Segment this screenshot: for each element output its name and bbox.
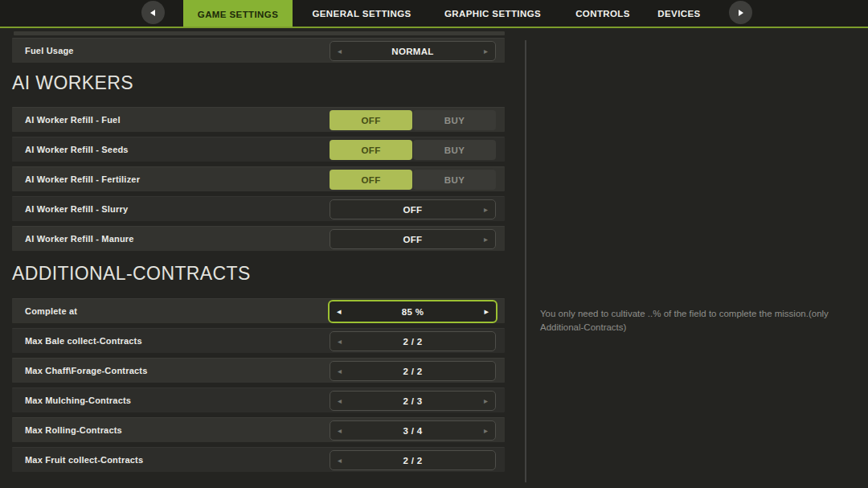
stepper-left-arrow-icon[interactable]: ◂ bbox=[338, 362, 342, 380]
setting-help-text: You only need to cultivate ..% of the fi… bbox=[540, 307, 858, 334]
tab-game-settings[interactable]: GAME SETTINGS bbox=[183, 0, 293, 28]
settings-row-max-mulching-contracts: Max Mulching-Contracts◂2 / 3▸ bbox=[12, 388, 505, 412]
tab-controls[interactable]: CONTROLS bbox=[567, 0, 639, 27]
settings-tab-bar: GAME SETTINGSGENERAL SETTINGSGRAPHIC SET… bbox=[0, 0, 868, 27]
tab-bar-underline bbox=[0, 27, 868, 28]
setting-label: Max Rolling-Contracts bbox=[25, 418, 122, 442]
game-settings-screen: GAME SETTINGSGENERAL SETTINGSGRAPHIC SET… bbox=[0, 0, 868, 488]
settings-row-max-rolling-contracts: Max Rolling-Contracts◂3 / 4▸ bbox=[12, 417, 505, 442]
settings-row-max-bale-collect-contracts: Max Bale collect-Contracts◂2 / 2 bbox=[12, 328, 505, 353]
setting-label: Max Fruit collect-Contracts bbox=[25, 448, 143, 472]
settings-group: Fuel Usage◂NORMAL▸ bbox=[12, 38, 505, 63]
right-arrow-icon bbox=[739, 10, 743, 16]
toggle-off-button[interactable]: OFF bbox=[330, 110, 412, 130]
stepper-left-arrow-icon[interactable]: ◂ bbox=[338, 451, 342, 470]
prev-page-button[interactable] bbox=[141, 1, 165, 24]
panel-divider bbox=[525, 40, 526, 482]
setting-label: Max Chaff\Forage-Contracts bbox=[25, 359, 148, 383]
value-stepper[interactable]: OFF▸ bbox=[330, 229, 496, 249]
setting-label: AI Worker Refill - Manure bbox=[25, 227, 134, 251]
stepper-value: 2 / 3 bbox=[403, 396, 423, 406]
tab-graphic-settings[interactable]: GRAPHIC SETTINGS bbox=[443, 0, 542, 27]
settings-group-ai-workers: AI WORKERSAI Worker Refill - FuelOFFBUYA… bbox=[12, 70, 505, 251]
stepper-right-arrow-icon[interactable]: ▸ bbox=[484, 392, 488, 410]
stepper-left-arrow-icon[interactable]: ◂ bbox=[338, 332, 342, 351]
settings-row-ai-worker-refill-seeds: AI Worker Refill - SeedsOFFBUY bbox=[12, 137, 505, 162]
stepper-left-arrow-icon[interactable]: ◂ bbox=[338, 42, 342, 60]
value-stepper[interactable]: ◂2 / 3▸ bbox=[330, 391, 496, 411]
stepper-right-arrow-icon[interactable]: ▸ bbox=[484, 421, 488, 440]
toggle-off-button[interactable]: OFF bbox=[330, 170, 412, 190]
settings-list: Fuel Usage◂NORMAL▸AI WORKERSAI Worker Re… bbox=[12, 31, 505, 477]
stepper-value: 2 / 2 bbox=[403, 337, 423, 347]
settings-row-complete-at: Complete at◂85 %▸ bbox=[12, 298, 505, 323]
setting-label: Complete at bbox=[25, 299, 77, 323]
section-title-additional-contracts: ADDITIONAL-CONTRACTS bbox=[12, 260, 505, 286]
settings-row-ai-worker-refill-fertilizer: AI Worker Refill - FertilizerOFFBUY bbox=[12, 166, 505, 191]
value-stepper[interactable]: ◂2 / 2 bbox=[330, 361, 496, 381]
clipped-row-above bbox=[14, 31, 505, 35]
value-stepper[interactable]: ◂3 / 4▸ bbox=[330, 420, 496, 441]
tab-general-settings[interactable]: GENERAL SETTINGS bbox=[309, 0, 414, 27]
stepper-right-arrow-icon[interactable]: ▸ bbox=[484, 301, 489, 322]
settings-group-additional-contracts: ADDITIONAL-CONTRACTSComplete at◂85 %▸Max… bbox=[12, 260, 505, 472]
setting-label: Fuel Usage bbox=[25, 39, 74, 63]
settings-row-ai-worker-refill-fuel: AI Worker Refill - FuelOFFBUY bbox=[12, 107, 505, 132]
value-stepper[interactable]: ◂2 / 2 bbox=[330, 450, 496, 470]
stepper-value: NORMAL bbox=[391, 47, 433, 56]
stepper-right-arrow-icon[interactable]: ▸ bbox=[484, 42, 488, 60]
setting-label: AI Worker Refill - Slurry bbox=[25, 197, 128, 221]
toggle-off-button[interactable]: OFF bbox=[330, 140, 412, 160]
left-arrow-icon bbox=[150, 10, 155, 16]
stepper-value: OFF bbox=[403, 235, 423, 244]
settings-row-fuel-usage: Fuel Usage◂NORMAL▸ bbox=[12, 38, 505, 63]
toggle-buy-button[interactable]: BUY bbox=[413, 140, 496, 160]
setting-label: AI Worker Refill - Seeds bbox=[25, 137, 129, 162]
setting-label: Max Mulching-Contracts bbox=[25, 388, 131, 412]
stepper-right-arrow-icon[interactable]: ▸ bbox=[484, 230, 488, 248]
stepper-left-arrow-icon[interactable]: ◂ bbox=[338, 392, 342, 410]
toggle-buy-button[interactable]: BUY bbox=[413, 170, 496, 190]
stepper-right-arrow-icon[interactable]: ▸ bbox=[484, 200, 488, 219]
toggle-buy-button[interactable]: BUY bbox=[413, 110, 496, 130]
stepper-value: 2 / 2 bbox=[403, 456, 423, 465]
stepper-value: 3 / 4 bbox=[403, 426, 423, 436]
stepper-left-arrow-icon[interactable]: ◂ bbox=[337, 301, 342, 322]
value-stepper[interactable]: ◂2 / 2 bbox=[330, 331, 496, 351]
stepper-value: 85 % bbox=[402, 307, 424, 317]
settings-row-ai-worker-refill-slurry: AI Worker Refill - SlurryOFF▸ bbox=[12, 196, 505, 221]
settings-row-max-fruit-collect-contracts: Max Fruit collect-Contracts◂2 / 2 bbox=[12, 447, 505, 472]
value-stepper[interactable]: OFF▸ bbox=[330, 199, 496, 219]
next-page-button[interactable] bbox=[729, 1, 752, 24]
value-stepper[interactable]: ◂NORMAL▸ bbox=[330, 41, 496, 61]
value-stepper-focused[interactable]: ◂85 %▸ bbox=[328, 300, 497, 323]
tab-devices[interactable]: DEVICES bbox=[643, 0, 715, 27]
stepper-value: 2 / 2 bbox=[403, 367, 423, 376]
section-title-ai-workers: AI WORKERS bbox=[12, 70, 505, 96]
setting-label: AI Worker Refill - Fuel bbox=[25, 108, 121, 132]
settings-row-ai-worker-refill-manure: AI Worker Refill - ManureOFF▸ bbox=[12, 226, 505, 251]
setting-label: Max Bale collect-Contracts bbox=[25, 329, 142, 353]
setting-label: AI Worker Refill - Fertilizer bbox=[25, 167, 140, 191]
stepper-left-arrow-icon[interactable]: ◂ bbox=[338, 421, 342, 440]
settings-row-max-chaff-forage-contracts: Max Chaff\Forage-Contracts◂2 / 2 bbox=[12, 358, 505, 383]
stepper-value: OFF bbox=[403, 205, 423, 215]
